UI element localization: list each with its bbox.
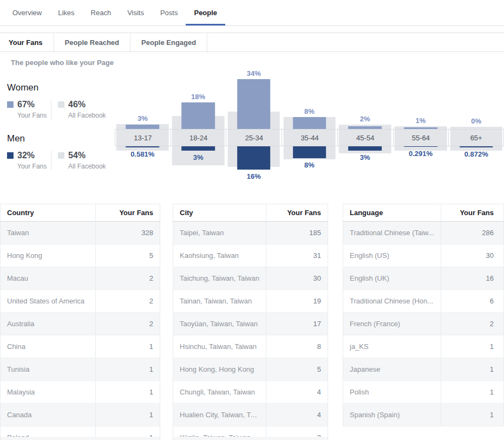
men-pct-label-18-24: 3%	[171, 154, 226, 161]
men-pct-label-35-44: 8%	[282, 161, 337, 169]
tab-reach[interactable]: Reach	[83, 0, 120, 25]
row-name: Japanese	[343, 358, 441, 381]
partial-table-row	[173, 437, 328, 440]
age-column-65: 65+0%0.872%	[448, 52, 504, 199]
table-row: Japanese1	[343, 358, 504, 381]
row-name: Hsinchu, Taiwan, Taiwan	[173, 335, 266, 358]
table-row: Taiwan328	[1, 222, 160, 244]
row-name: Kaohsiung, Taiwan	[173, 244, 266, 267]
tab-posts[interactable]: Posts	[152, 0, 186, 25]
men-your-fans-label: Your Fans	[17, 163, 47, 170]
row-value: 1	[96, 404, 160, 426]
women-pct-label-45-54: 2%	[337, 115, 393, 123]
tab-people[interactable]: People	[186, 0, 225, 25]
table-row: Hualien City, Taiwan, Tai...4	[173, 404, 328, 426]
age-column-25-34: 25-3434%16%	[226, 52, 282, 199]
women-pct-label-65: 0%	[448, 118, 504, 125]
legend-divider	[51, 151, 51, 170]
row-value: 2	[96, 313, 160, 335]
chart-legend: Women 67% Your Fans 46% All Facebook Men	[7, 82, 115, 170]
row-value: 1	[441, 404, 503, 426]
men-pct-label-25-34: 16%	[226, 173, 282, 180]
row-name: Hualien City, Taiwan, Tai...	[173, 404, 266, 426]
tab-likes[interactable]: Likes	[50, 0, 82, 25]
row-name: Taichung, Taiwan, Taiwan	[173, 267, 266, 290]
insights-nav: OverviewLikesReachVisitsPostsPeople	[0, 0, 504, 26]
row-name: Malaysia	[1, 381, 96, 404]
bar-men-your-fans-65	[460, 146, 493, 147]
men-pct-label-45-54: 3%	[337, 154, 393, 161]
legend-women-row: 67% Your Fans 46% All Facebook	[7, 100, 115, 119]
row-value: 1	[441, 335, 503, 358]
table-row: Traditional Chinese (Hon...6	[343, 290, 504, 313]
men-your-fans-pct: 32%	[17, 151, 47, 160]
row-value: 1	[96, 381, 160, 404]
age-column-35-44: 35-448%8%	[282, 52, 337, 199]
city-table: CityYour FansTaipei, Taiwan185Kaohsiung,…	[173, 204, 328, 440]
row-name: Polish	[343, 381, 441, 404]
column-header-language-your-fans: Your Fans	[441, 204, 503, 222]
row-value: 4	[266, 381, 328, 404]
legend-men-row: 32% Your Fans 54% All Facebook	[7, 151, 115, 170]
legend-divider	[51, 100, 51, 119]
women-your-fans-swatch	[7, 101, 14, 108]
table-row: French (France)2	[343, 313, 504, 335]
row-name: English (UK)	[343, 267, 441, 290]
row-name: Taiwan	[1, 222, 96, 244]
men-pct-label-65: 0.872%	[448, 151, 504, 158]
row-value: 2	[96, 290, 160, 313]
insights-subnav: Your FansPeople ReachedPeople Engaged	[0, 33, 504, 52]
row-name: Hong Kong	[1, 244, 96, 267]
table-row: Tunisia1	[1, 358, 160, 381]
tab-visits[interactable]: Visits	[119, 0, 152, 25]
demographics-section: The people who like your Page Women 67% …	[0, 52, 504, 199]
legend-men-your-fans: 32% Your Fans	[7, 151, 50, 170]
age-column-55-64: 55-641%0.291%	[393, 52, 449, 199]
legend-women-all-facebook: 46% All Facebook	[58, 100, 106, 119]
bar-women-your-fans-35-44	[293, 117, 326, 129]
column-header-city: City	[173, 204, 266, 222]
row-value: 31	[266, 244, 328, 267]
subtab-people-reached[interactable]: People Reached	[54, 33, 130, 51]
row-name: Hong Kong, Hong Kong	[173, 358, 266, 381]
bar-men-your-fans-13-17	[126, 146, 160, 147]
age-label-18-24: 18-24	[171, 129, 226, 146]
table-row: Taipei, Taiwan185	[173, 222, 328, 244]
legend-women-heading: Women	[7, 82, 115, 93]
women-your-fans-label: Your Fans	[17, 112, 47, 119]
legend-men-all-facebook: 54% All Facebook	[58, 151, 106, 170]
age-column-18-24: 18-2418%3%	[171, 52, 226, 199]
column-header-city-your-fans: Your Fans	[266, 204, 328, 222]
tab-overview[interactable]: Overview	[4, 0, 50, 25]
age-column-45-54: 45-542%3%	[337, 52, 393, 199]
table-row: Hong Kong5	[1, 244, 160, 267]
table-row: China1	[1, 335, 160, 358]
men-your-fans-swatch	[7, 152, 14, 159]
bar-men-your-fans-18-24	[181, 146, 215, 151]
women-all-facebook-label: All Facebook	[68, 112, 106, 119]
legend-men-heading: Men	[7, 133, 115, 144]
women-pct-label-35-44: 8%	[282, 108, 337, 115]
men-all-facebook-swatch	[58, 152, 64, 159]
subtab-your-fans[interactable]: Your Fans	[0, 33, 54, 51]
row-name: Macau	[1, 267, 96, 290]
women-pct-label-55-64: 1%	[393, 117, 449, 125]
age-label-25-34: 25-34	[226, 129, 282, 146]
table-row: Chungli, Taiwan, Taiwan4	[173, 381, 328, 404]
row-name: United States of America	[1, 290, 96, 313]
bar-men-your-fans-45-54	[348, 146, 382, 151]
row-value: 185	[266, 222, 328, 244]
row-name: China	[1, 335, 96, 358]
row-value: 4	[266, 404, 328, 426]
column-header-language: Language	[343, 204, 441, 222]
table-row: Polish1	[343, 381, 504, 404]
row-name: Spanish (Spain)	[343, 404, 441, 426]
subtab-people-engaged[interactable]: People Engaged	[130, 33, 207, 51]
row-value: 1	[96, 358, 160, 381]
row-value: 5	[96, 244, 160, 267]
table-row: ja_KS1	[343, 335, 504, 358]
row-value: 1	[441, 358, 503, 381]
legend-women-your-fans: 67% Your Fans	[7, 100, 50, 119]
row-name: Tunisia	[1, 358, 96, 381]
row-name: ja_KS	[343, 335, 441, 358]
